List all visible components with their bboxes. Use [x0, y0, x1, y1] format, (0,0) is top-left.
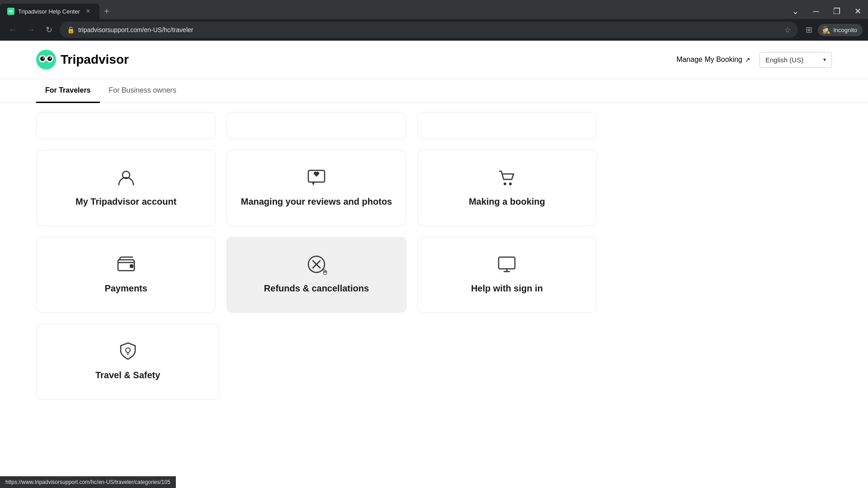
logo-area: Tripadvisor	[36, 50, 129, 70]
tab-travelers[interactable]: For Travelers	[36, 79, 100, 103]
cards-row-2: Payments 🖱 Refunds & cancellations	[36, 237, 597, 313]
svg-point-2	[10, 11, 11, 12]
cards-bottom-row: Travel & Safety	[36, 324, 597, 399]
svg-point-26	[126, 348, 130, 352]
manage-booking-link[interactable]: Manage My Booking ↗	[676, 56, 750, 64]
tripadvisor-tab-icon	[9, 9, 13, 14]
card-label: Refunds & cancellations	[264, 282, 369, 294]
card-my-tripadvisor-account[interactable]: My Tripadvisor account	[36, 150, 216, 226]
card-help-sign-in[interactable]: Help with sign in	[417, 237, 597, 313]
card-label: Making a booking	[469, 196, 545, 207]
card-payments[interactable]: Payments	[36, 237, 216, 313]
incognito-label: Incognito	[833, 27, 857, 33]
browser-chrome: Tripadvisor Help Center × + ⌄ ─ ❐ ✕ ← → …	[0, 0, 868, 41]
card-label: Payments	[104, 282, 147, 294]
minimize-button[interactable]: ─	[806, 4, 826, 19]
top-partial-card-1[interactable]	[36, 112, 216, 139]
incognito-icon: 🕵	[821, 26, 830, 34]
svg-point-8	[42, 57, 44, 59]
active-tab[interactable]: Tripadvisor Help Center ×	[0, 4, 99, 19]
security-lock-icon: 🔒	[67, 26, 75, 33]
card-label: My Tripadvisor account	[75, 196, 176, 207]
card-making-booking[interactable]: Making a booking	[417, 150, 597, 226]
svg-point-6	[40, 56, 45, 61]
language-selector[interactable]: English (US) ▾	[760, 52, 832, 68]
wallet-icon	[117, 255, 135, 273]
tab-business-owners[interactable]: For Business owners	[100, 79, 185, 103]
card-label: Help with sign in	[471, 282, 543, 294]
language-chevron-icon: ▾	[823, 56, 826, 63]
back-button[interactable]: ←	[5, 23, 20, 37]
person-icon	[117, 169, 135, 187]
tab-favicon	[7, 8, 14, 15]
manage-booking-text: Manage My Booking	[676, 56, 742, 64]
browser-tab-bar: Tripadvisor Help Center × + ⌄ ─ ❐ ✕	[0, 0, 868, 19]
card-managing-reviews-photos[interactable]: Managing your reviews and photos	[226, 150, 406, 226]
new-tab-button[interactable]: +	[99, 6, 114, 17]
logo-text: Tripadvisor	[61, 52, 129, 67]
card-label: Managing your reviews and photos	[241, 196, 392, 207]
status-bar: https://www.tripadvisorsupport.com/hc/en…	[0, 476, 176, 488]
circle-x-icon: 🖱	[307, 255, 326, 273]
tab-title: Tripadvisor Help Center	[18, 8, 80, 15]
status-url: https://www.tripadvisorsupport.com/hc/en…	[5, 479, 170, 485]
cart-icon	[498, 169, 516, 187]
window-controls: ⌄ ─ ❐ ✕	[785, 4, 868, 19]
top-partial-card-2[interactable]	[226, 112, 406, 139]
language-text: English (US)	[765, 56, 803, 64]
card-label: Travel & Safety	[95, 369, 160, 381]
tripadvisor-logo-owl	[36, 50, 56, 70]
chat-heart-icon	[307, 169, 326, 187]
svg-point-9	[50, 57, 51, 59]
card-refunds-cancellations[interactable]: 🖱 Refunds & cancellations	[226, 237, 406, 313]
refresh-button[interactable]: ↻	[42, 23, 56, 37]
url-text: tripadvisorsupport.com/en-US/hc/traveler	[78, 26, 781, 33]
svg-point-7	[47, 56, 52, 61]
incognito-button[interactable]: 🕵 Incognito	[818, 24, 863, 36]
close-button[interactable]: ✕	[847, 4, 868, 19]
top-partial-card-3[interactable]	[417, 112, 597, 139]
svg-rect-23	[499, 257, 515, 269]
top-partial-cards-row	[36, 112, 597, 139]
tabs-dropdown-button[interactable]: ⌄	[785, 4, 806, 19]
monitor-icon	[498, 255, 516, 273]
main-content: My Tripadvisor account Managing your rev…	[0, 103, 633, 418]
address-bar[interactable]: 🔒 tripadvisorsupport.com/en-US/hc/travel…	[60, 22, 798, 38]
external-link-icon: ↗	[745, 56, 750, 63]
browser-actions: ⊞ 🕵 Incognito	[802, 23, 863, 37]
forward-button[interactable]: →	[24, 23, 38, 37]
site-header: Tripadvisor Manage My Booking ↗ English …	[0, 41, 868, 79]
cards-row-1: My Tripadvisor account Managing your rev…	[36, 150, 597, 226]
tab-close-button[interactable]: ×	[84, 7, 92, 15]
svg-marker-15	[312, 182, 315, 186]
svg-point-17	[509, 183, 512, 185]
svg-rect-19	[130, 264, 133, 268]
svg-point-16	[504, 183, 506, 185]
nav-tabs: For Travelers For Business owners	[0, 79, 868, 103]
browser-grid-button[interactable]: ⊞	[802, 23, 816, 37]
page-content: Tripadvisor Manage My Booking ↗ English …	[0, 41, 868, 418]
maximize-button[interactable]: ❐	[826, 4, 847, 19]
browser-nav-bar: ← → ↻ 🔒 tripadvisorsupport.com/en-US/hc/…	[0, 19, 868, 41]
shield-location-icon	[119, 342, 137, 360]
bookmark-icon[interactable]: ☆	[784, 26, 791, 34]
header-actions: Manage My Booking ↗ English (US) ▾	[676, 52, 832, 68]
card-travel-safety[interactable]: Travel & Safety	[36, 324, 219, 399]
